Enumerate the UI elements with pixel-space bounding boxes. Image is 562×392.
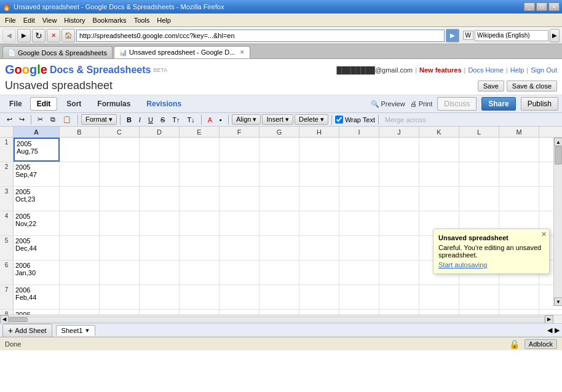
cell-e6[interactable]: [180, 261, 220, 284]
cell-d3[interactable]: [140, 187, 180, 211]
close-button[interactable]: ×: [548, 2, 560, 11]
font-color-button[interactable]: A: [205, 115, 215, 125]
cell-d5[interactable]: [140, 236, 180, 260]
cell-j1[interactable]: [379, 138, 419, 162]
cell-e3[interactable]: [180, 187, 220, 211]
publish-button[interactable]: Publish: [521, 97, 558, 111]
cell-c6[interactable]: [100, 261, 140, 284]
cell-g1[interactable]: [259, 138, 299, 162]
cell-f8[interactable]: [220, 310, 259, 315]
col-header-l[interactable]: L: [459, 127, 499, 137]
address-bar[interactable]: [76, 29, 445, 42]
merge-across-button[interactable]: Merge across: [382, 115, 429, 125]
tab-google-docs[interactable]: 📄 Google Docs & Spreadsheets: [2, 46, 113, 58]
cell-j3[interactable]: [379, 187, 419, 211]
cell-h5[interactable]: [299, 236, 339, 260]
docs-home-link[interactable]: Docs Home: [468, 66, 503, 74]
cell-l8[interactable]: [459, 310, 499, 315]
sheet1-tab[interactable]: Sheet1 ▼: [56, 325, 96, 335]
cell-e4[interactable]: [180, 211, 220, 235]
redo-button[interactable]: ↪: [16, 114, 28, 125]
menu-tools[interactable]: Tools: [130, 15, 154, 25]
cell-l7[interactable]: [459, 285, 499, 309]
cell-m7[interactable]: [499, 285, 539, 309]
align-dropdown[interactable]: Align ▾: [232, 114, 261, 125]
cell-h1[interactable]: [299, 138, 339, 162]
sheet-nav-next[interactable]: ▶: [555, 326, 560, 334]
cell-b7[interactable]: [60, 285, 100, 309]
col-header-a[interactable]: A: [14, 127, 60, 137]
sign-out-link[interactable]: Sign Out: [531, 66, 557, 74]
bg-color-button[interactable]: ▪: [216, 115, 225, 125]
wiki-search[interactable]: [475, 30, 548, 41]
cell-k8[interactable]: [419, 310, 459, 315]
menu-file[interactable]: File: [1, 15, 20, 25]
h-scroll-thumb[interactable]: [9, 317, 28, 322]
cell-c4[interactable]: [100, 211, 140, 235]
new-features-link[interactable]: New features: [419, 66, 461, 74]
wrap-text-checkbox[interactable]: [335, 116, 343, 123]
cell-l2[interactable]: [459, 162, 499, 186]
format-dropdown[interactable]: Format ▾: [81, 114, 117, 125]
popup-close-button[interactable]: ✕: [541, 230, 547, 238]
cell-f2[interactable]: [220, 162, 259, 186]
cell-g6[interactable]: [259, 261, 299, 284]
undo-button[interactable]: ↩: [4, 114, 15, 125]
cell-i5[interactable]: [339, 236, 379, 260]
cell-h4[interactable]: [299, 211, 339, 235]
discuss-button[interactable]: Discuss: [437, 97, 477, 111]
cell-b4[interactable]: [60, 211, 100, 235]
col-header-k[interactable]: K: [419, 127, 459, 137]
cell-c8[interactable]: [100, 310, 140, 315]
strikethrough-button[interactable]: S: [157, 115, 168, 125]
add-sheet-button[interactable]: + Add Sheet: [2, 324, 52, 337]
col-header-d[interactable]: D: [140, 127, 180, 137]
font-size-up-button[interactable]: T↑: [169, 115, 183, 125]
preview-action[interactable]: 🔍 Preview: [371, 100, 405, 108]
cell-e2[interactable]: [180, 162, 220, 186]
cell-d2[interactable]: [140, 162, 180, 186]
cell-m3[interactable]: [499, 187, 539, 211]
italic-button[interactable]: I: [136, 115, 144, 125]
home-button[interactable]: 🏠: [61, 29, 75, 42]
cell-b2[interactable]: [60, 162, 100, 186]
cell-f7[interactable]: [220, 285, 259, 309]
stop-button[interactable]: ✕: [47, 29, 60, 42]
cell-l3[interactable]: [459, 187, 499, 211]
cell-j2[interactable]: [379, 162, 419, 186]
cell-g2[interactable]: [259, 162, 299, 186]
cell-m8[interactable]: [499, 310, 539, 315]
cell-j5[interactable]: [379, 236, 419, 260]
cell-h6[interactable]: [299, 261, 339, 284]
cell-h2[interactable]: [299, 162, 339, 186]
col-header-g[interactable]: G: [259, 127, 299, 137]
cell-j4[interactable]: [379, 211, 419, 235]
copy-button[interactable]: ⧉: [47, 114, 58, 125]
revisions-tab[interactable]: Revisions: [140, 97, 188, 111]
cell-c3[interactable]: [100, 187, 140, 211]
print-action[interactable]: 🖨 Print: [410, 100, 433, 108]
scroll-track[interactable]: [554, 146, 562, 297]
sheet-body[interactable]: 1 2005 Aug,75 2 2005 Sep,47: [0, 138, 562, 315]
cell-k1[interactable]: [419, 138, 459, 162]
cell-f4[interactable]: [220, 211, 259, 235]
cell-j6[interactable]: [379, 261, 419, 284]
cell-i3[interactable]: [339, 187, 379, 211]
wiki-search-button[interactable]: ▶: [550, 29, 560, 42]
col-header-j[interactable]: J: [379, 127, 419, 137]
cell-b3[interactable]: [60, 187, 100, 211]
cell-a3[interactable]: 2005 Oct,23: [14, 187, 60, 211]
back-button[interactable]: ◀: [2, 29, 16, 42]
cell-c2[interactable]: [100, 162, 140, 186]
cell-e5[interactable]: [180, 236, 220, 260]
save-close-button[interactable]: Save & close: [507, 80, 557, 92]
sheet-nav-prev[interactable]: ◀: [547, 326, 552, 334]
forward-button[interactable]: ▶: [17, 29, 31, 42]
cell-d8[interactable]: [140, 310, 180, 315]
cell-a1[interactable]: 2005 Aug,75: [14, 138, 60, 162]
cell-c1[interactable]: [100, 138, 140, 162]
bold-button[interactable]: B: [124, 115, 135, 125]
file-tab[interactable]: File: [4, 97, 28, 111]
col-header-f[interactable]: F: [220, 127, 259, 137]
cell-d7[interactable]: [140, 285, 180, 309]
